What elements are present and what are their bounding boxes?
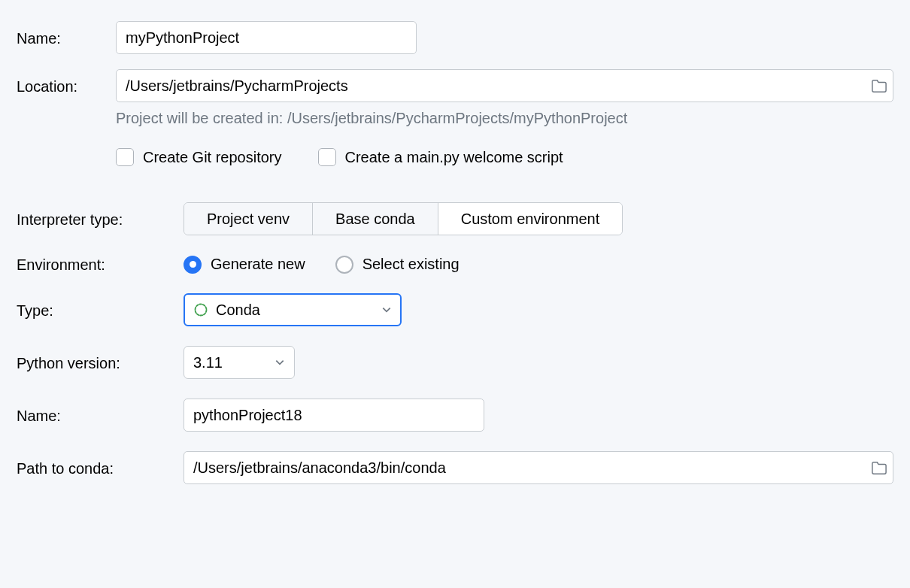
interpreter-type-label: Interpreter type: bbox=[17, 210, 184, 229]
conda-path-input[interactable] bbox=[184, 451, 893, 484]
browse-folder-icon[interactable] bbox=[871, 78, 887, 93]
browse-folder-icon[interactable] bbox=[871, 460, 887, 475]
conda-path-label: Path to conda: bbox=[17, 459, 184, 477]
project-location-label: Location: bbox=[17, 77, 116, 95]
python-version-label: Python version: bbox=[17, 353, 184, 372]
create-mainpy-checkbox[interactable]: Create a main.py welcome script bbox=[318, 148, 563, 166]
project-name-label: Name: bbox=[17, 29, 116, 47]
interpreter-type-segmented: Project venv Base conda Custom environme… bbox=[184, 202, 623, 235]
create-git-checkbox[interactable]: Create Git repository bbox=[116, 148, 282, 166]
env-type-dropdown[interactable]: Conda bbox=[184, 293, 402, 326]
create-git-label: Create Git repository bbox=[143, 149, 282, 166]
project-location-row: Location: bbox=[17, 69, 893, 102]
project-name-input[interactable] bbox=[116, 21, 417, 54]
radio-select-existing[interactable]: Select existing bbox=[335, 256, 460, 274]
radio-generate-new[interactable]: Generate new bbox=[184, 256, 305, 274]
project-location-input[interactable] bbox=[116, 69, 893, 102]
radio-unchecked-icon bbox=[335, 256, 353, 274]
tab-custom-environment[interactable]: Custom environment bbox=[438, 203, 623, 235]
python-version-row: Python version: 3.11 bbox=[17, 346, 893, 379]
project-hint-block: Project will be created in: /Users/jetbr… bbox=[116, 110, 893, 166]
env-type-row: Type: Conda bbox=[17, 293, 893, 326]
radio-checked-icon bbox=[184, 256, 202, 274]
interpreter-type-row: Interpreter type: Project venv Base cond… bbox=[17, 202, 893, 235]
tab-project-venv[interactable]: Project venv bbox=[184, 203, 313, 235]
chevron-down-icon bbox=[261, 354, 285, 371]
create-mainpy-label: Create a main.py welcome script bbox=[345, 149, 563, 166]
python-version-dropdown[interactable]: 3.11 bbox=[184, 346, 295, 379]
conda-path-row: Path to conda: bbox=[17, 451, 893, 484]
env-type-value: Conda bbox=[216, 302, 260, 319]
checkbox-box-icon bbox=[318, 148, 336, 166]
conda-path-field bbox=[184, 451, 893, 484]
project-location-field bbox=[116, 69, 893, 102]
project-options-row: Create Git repository Create a main.py w… bbox=[116, 148, 893, 166]
environment-label: Environment: bbox=[17, 255, 184, 274]
svg-point-0 bbox=[196, 305, 207, 316]
new-project-panel: Name: Location: Project will be created … bbox=[0, 0, 910, 505]
env-type-label: Type: bbox=[17, 301, 184, 320]
radio-select-label: Select existing bbox=[362, 256, 460, 273]
chevron-down-icon bbox=[368, 302, 392, 319]
environment-radio-group: Generate new Select existing bbox=[184, 256, 460, 274]
python-version-value: 3.11 bbox=[193, 354, 223, 371]
checkbox-box-icon bbox=[116, 148, 134, 166]
env-name-row: Name: bbox=[17, 399, 893, 432]
project-name-row: Name: bbox=[17, 21, 893, 54]
environment-row: Environment: Generate new Select existin… bbox=[17, 255, 893, 274]
conda-icon bbox=[193, 302, 208, 317]
project-path-hint: Project will be created in: /Users/jetbr… bbox=[116, 110, 893, 127]
radio-generate-label: Generate new bbox=[211, 256, 305, 273]
env-name-input[interactable] bbox=[184, 399, 484, 432]
tab-base-conda[interactable]: Base conda bbox=[313, 203, 438, 235]
env-name-label: Name: bbox=[17, 406, 184, 425]
